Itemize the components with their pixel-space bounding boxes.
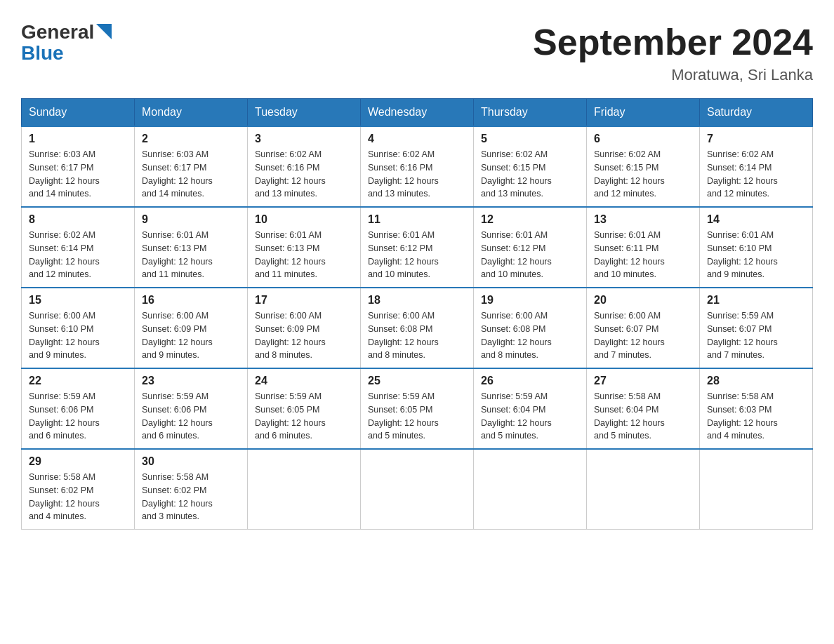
day-number: 4 [368, 133, 466, 145]
calendar-cell: 24Sunrise: 5:59 AMSunset: 6:05 PMDayligh… [248, 368, 361, 449]
day-info: Sunrise: 6:01 AMSunset: 6:10 PMDaylight:… [707, 229, 805, 281]
day-number: 23 [142, 375, 240, 387]
weekday-header-friday: Friday [587, 99, 700, 127]
week-row-2: 8Sunrise: 6:02 AMSunset: 6:14 PMDaylight… [22, 207, 813, 288]
calendar-cell: 23Sunrise: 5:59 AMSunset: 6:06 PMDayligh… [135, 368, 248, 449]
title-section: September 2024 Moratuwa, Sri Lanka [533, 21, 813, 84]
day-number: 15 [29, 294, 127, 307]
day-info: Sunrise: 5:59 AMSunset: 6:06 PMDaylight:… [142, 390, 240, 443]
day-number: 16 [142, 294, 240, 307]
weekday-header-row: SundayMondayTuesdayWednesdayThursdayFrid… [22, 99, 813, 127]
day-number: 8 [29, 213, 127, 226]
day-number: 12 [481, 213, 579, 226]
calendar-cell: 6Sunrise: 6:02 AMSunset: 6:15 PMDaylight… [587, 126, 700, 207]
calendar-cell: 16Sunrise: 6:00 AMSunset: 6:09 PMDayligh… [135, 288, 248, 368]
week-row-5: 29Sunrise: 5:58 AMSunset: 6:02 PMDayligh… [22, 449, 813, 530]
main-title: September 2024 [533, 21, 813, 63]
calendar-cell [700, 449, 813, 530]
calendar-cell [587, 449, 700, 530]
calendar-cell: 19Sunrise: 6:00 AMSunset: 6:08 PMDayligh… [474, 288, 587, 368]
day-info: Sunrise: 5:59 AMSunset: 6:06 PMDaylight:… [29, 390, 127, 443]
day-info: Sunrise: 6:00 AMSunset: 6:08 PMDaylight:… [368, 309, 466, 362]
day-info: Sunrise: 6:02 AMSunset: 6:15 PMDaylight:… [594, 148, 692, 201]
day-info: Sunrise: 6:01 AMSunset: 6:12 PMDaylight:… [481, 229, 579, 281]
day-info: Sunrise: 6:03 AMSunset: 6:17 PMDaylight:… [29, 148, 127, 201]
calendar-cell: 8Sunrise: 6:02 AMSunset: 6:14 PMDaylight… [22, 207, 135, 288]
day-number: 19 [481, 294, 579, 307]
calendar-table: SundayMondayTuesdayWednesdayThursdayFrid… [21, 98, 813, 530]
weekday-header-sunday: Sunday [22, 99, 135, 127]
day-number: 6 [594, 133, 692, 145]
calendar-cell: 29Sunrise: 5:58 AMSunset: 6:02 PMDayligh… [22, 449, 135, 530]
calendar-cell: 7Sunrise: 6:02 AMSunset: 6:14 PMDaylight… [700, 126, 813, 207]
day-number: 21 [707, 294, 805, 307]
day-info: Sunrise: 5:58 AMSunset: 6:02 PMDaylight:… [29, 471, 127, 523]
calendar-cell: 20Sunrise: 6:00 AMSunset: 6:07 PMDayligh… [587, 288, 700, 368]
calendar-cell: 21Sunrise: 5:59 AMSunset: 6:07 PMDayligh… [700, 288, 813, 368]
calendar-cell: 10Sunrise: 6:01 AMSunset: 6:13 PMDayligh… [248, 207, 361, 288]
calendar-cell: 26Sunrise: 5:59 AMSunset: 6:04 PMDayligh… [474, 368, 587, 449]
day-info: Sunrise: 6:00 AMSunset: 6:09 PMDaylight:… [255, 309, 353, 362]
calendar-cell: 3Sunrise: 6:02 AMSunset: 6:16 PMDaylight… [248, 126, 361, 207]
day-info: Sunrise: 5:58 AMSunset: 6:04 PMDaylight:… [594, 390, 692, 443]
day-number: 26 [481, 375, 579, 387]
day-info: Sunrise: 6:00 AMSunset: 6:07 PMDaylight:… [594, 309, 692, 362]
day-info: Sunrise: 5:59 AMSunset: 6:05 PMDaylight:… [368, 390, 466, 443]
svg-marker-0 [96, 24, 112, 39]
day-number: 18 [368, 294, 466, 307]
day-info: Sunrise: 5:58 AMSunset: 6:02 PMDaylight:… [142, 471, 240, 523]
day-info: Sunrise: 6:03 AMSunset: 6:17 PMDaylight:… [142, 148, 240, 201]
day-info: Sunrise: 5:59 AMSunset: 6:04 PMDaylight:… [481, 390, 579, 443]
day-info: Sunrise: 6:01 AMSunset: 6:12 PMDaylight:… [368, 229, 466, 281]
day-info: Sunrise: 6:01 AMSunset: 6:11 PMDaylight:… [594, 229, 692, 281]
weekday-header-tuesday: Tuesday [248, 99, 361, 127]
calendar-cell: 5Sunrise: 6:02 AMSunset: 6:15 PMDaylight… [474, 126, 587, 207]
weekday-header-monday: Monday [135, 99, 248, 127]
day-number: 22 [29, 375, 127, 387]
day-number: 30 [142, 455, 240, 468]
day-number: 3 [255, 133, 353, 145]
day-info: Sunrise: 6:02 AMSunset: 6:16 PMDaylight:… [255, 148, 353, 201]
page-header: General Blue September 2024 Moratuwa, Sr… [21, 21, 813, 84]
day-number: 10 [255, 213, 353, 226]
day-info: Sunrise: 6:02 AMSunset: 6:14 PMDaylight:… [707, 148, 805, 201]
day-info: Sunrise: 5:59 AMSunset: 6:07 PMDaylight:… [707, 309, 805, 362]
week-row-4: 22Sunrise: 5:59 AMSunset: 6:06 PMDayligh… [22, 368, 813, 449]
calendar-cell: 13Sunrise: 6:01 AMSunset: 6:11 PMDayligh… [587, 207, 700, 288]
day-number: 27 [594, 375, 692, 387]
calendar-cell: 25Sunrise: 5:59 AMSunset: 6:05 PMDayligh… [361, 368, 474, 449]
logo: General Blue [21, 21, 112, 65]
calendar-cell: 11Sunrise: 6:01 AMSunset: 6:12 PMDayligh… [361, 207, 474, 288]
logo-triangle-icon [96, 24, 112, 39]
day-info: Sunrise: 6:02 AMSunset: 6:15 PMDaylight:… [481, 148, 579, 201]
calendar-cell: 18Sunrise: 6:00 AMSunset: 6:08 PMDayligh… [361, 288, 474, 368]
day-number: 24 [255, 375, 353, 387]
calendar-cell: 2Sunrise: 6:03 AMSunset: 6:17 PMDaylight… [135, 126, 248, 207]
calendar-cell: 14Sunrise: 6:01 AMSunset: 6:10 PMDayligh… [700, 207, 813, 288]
weekday-header-wednesday: Wednesday [361, 99, 474, 127]
day-info: Sunrise: 5:59 AMSunset: 6:05 PMDaylight:… [255, 390, 353, 443]
calendar-cell [361, 449, 474, 530]
calendar-cell: 28Sunrise: 5:58 AMSunset: 6:03 PMDayligh… [700, 368, 813, 449]
day-number: 5 [481, 133, 579, 145]
day-info: Sunrise: 6:01 AMSunset: 6:13 PMDaylight:… [255, 229, 353, 281]
calendar-cell [474, 449, 587, 530]
calendar-cell: 12Sunrise: 6:01 AMSunset: 6:12 PMDayligh… [474, 207, 587, 288]
logo-general: General [21, 21, 94, 43]
week-row-1: 1Sunrise: 6:03 AMSunset: 6:17 PMDaylight… [22, 126, 813, 207]
day-number: 1 [29, 133, 127, 145]
calendar-cell: 15Sunrise: 6:00 AMSunset: 6:10 PMDayligh… [22, 288, 135, 368]
calendar-cell: 4Sunrise: 6:02 AMSunset: 6:16 PMDaylight… [361, 126, 474, 207]
weekday-header-thursday: Thursday [474, 99, 587, 127]
day-info: Sunrise: 6:00 AMSunset: 6:09 PMDaylight:… [142, 309, 240, 362]
subtitle: Moratuwa, Sri Lanka [533, 66, 813, 84]
day-number: 17 [255, 294, 353, 307]
calendar-cell: 22Sunrise: 5:59 AMSunset: 6:06 PMDayligh… [22, 368, 135, 449]
logo-blue: Blue [21, 42, 64, 65]
day-number: 11 [368, 213, 466, 226]
day-number: 7 [707, 133, 805, 145]
day-number: 9 [142, 213, 240, 226]
calendar-cell: 27Sunrise: 5:58 AMSunset: 6:04 PMDayligh… [587, 368, 700, 449]
day-info: Sunrise: 6:01 AMSunset: 6:13 PMDaylight:… [142, 229, 240, 281]
day-info: Sunrise: 6:00 AMSunset: 6:10 PMDaylight:… [29, 309, 127, 362]
